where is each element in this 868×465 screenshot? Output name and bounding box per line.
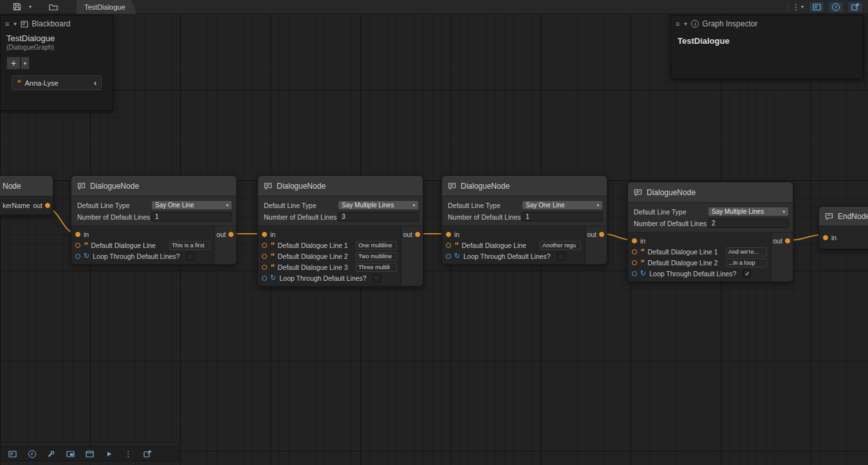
flow-out-port[interactable] [45,203,50,208]
dialogue-line-label: Default Dialogue Line [91,242,156,249]
toggle-inspector-button[interactable]: i [828,1,844,13]
node-header[interactable]: Node [0,176,53,196]
line-type-row: Default Line Type Say Multiple Lines ▾ [262,200,419,211]
node-header[interactable]: EndNode [819,207,868,226]
loop-checkbox[interactable] [187,252,194,260]
line-type-dropdown[interactable]: Say Multiple Lines ▾ [338,200,419,210]
node-ports: kerName out [0,196,53,214]
flow-out-port[interactable] [785,238,790,243]
node-header[interactable]: DialogueNode [628,182,793,203]
dialogue-node-3[interactable]: DialogueNode Default Line Type Say One L… [441,175,607,265]
loop-port[interactable] [75,254,80,259]
dialogue-line-input[interactable]: One multiline [356,241,397,250]
drag-handle-icon[interactable]: ≡ [676,20,679,28]
out-label: out [403,231,412,238]
line-type-row: Default Line Type Say Multiple Lines ▾ [632,206,789,217]
more-dots-icon: ⋮ [792,3,800,12]
num-lines-input[interactable]: 2 [708,218,789,228]
line-type-label: Default Line Type [446,202,522,209]
line-type-dropdown[interactable]: Say Multiple Lines ▾ [708,207,789,216]
flow-out-port[interactable] [415,232,420,237]
num-lines-input[interactable]: 1 [151,212,232,222]
dialogue-line-input[interactable]: ...in a loop [726,258,767,267]
flow-out-port[interactable] [599,232,604,237]
line-type-dropdown[interactable]: Say One Line ▾ [151,200,232,210]
flow-in-port[interactable] [632,238,637,243]
dialogue-line-input[interactable]: Another regu [540,241,581,250]
dialogue-line-port[interactable] [632,260,637,265]
add-property-button[interactable]: + [6,57,21,70]
minimap-toggle-button[interactable] [62,448,79,460]
node-properties: Default Line Type Say Multiple Lines ▾ N… [628,203,793,232]
loop-checkbox[interactable] [557,252,565,260]
loop-port[interactable] [262,276,267,281]
loop-icon: ↻ [270,274,276,281]
out-port-row: out [404,229,420,240]
in-label: in [454,231,459,238]
quote-icon: “ [640,247,645,256]
loop-icon: ↻ [640,270,646,277]
dialogue-line-input[interactable]: Two multiline [356,252,397,261]
panel-toggle-button[interactable] [81,448,98,460]
dialogue-line-input[interactable]: And we're... [726,247,767,256]
end-node[interactable]: EndNode in [818,206,868,249]
open-folder-button[interactable] [47,1,60,13]
preview-toggle-button[interactable] [100,448,118,460]
save-dropdown-button[interactable]: ▾ [24,1,37,13]
num-lines-row: Number of Default Lines 1 [75,211,232,222]
node-header[interactable]: DialogueNode [71,176,236,196]
flow-in-port[interactable] [446,232,451,237]
toolbar-more-button[interactable]: ⋮ ▾ [792,3,805,12]
num-lines-input[interactable]: 1 [522,212,603,222]
dialogue-line-port[interactable] [75,243,80,248]
node-header[interactable]: DialogueNode [442,176,607,196]
num-lines-input[interactable]: 3 [338,212,419,222]
flow-in-port[interactable] [823,235,828,240]
save-button[interactable] [10,1,23,13]
settings-button[interactable] [42,448,60,460]
graph-tab[interactable]: TestDialogue [77,0,137,14]
loop-port[interactable] [446,254,451,259]
loop-checkbox[interactable]: ✓ [743,270,751,278]
flow-out-port[interactable] [228,232,234,237]
blackboard-property-row[interactable]: “ Anna-Lyse ‹ [12,75,102,90]
dialogue-node-2[interactable]: DialogueNode Default Line Type Say Multi… [257,175,423,287]
collapse-arrow-icon[interactable]: ▼ [683,21,688,27]
speaker-node-partial[interactable]: Node kerName out [0,175,53,215]
loop-checkbox[interactable] [373,274,381,282]
inspector-header[interactable]: ≡ ▼ i Graph Inspector [671,15,863,32]
drag-handle-icon[interactable]: ≡ [5,20,9,28]
dialogue-line-row: “ Default Dialogue Line 2 Two multiline [258,251,401,261]
inspector-toggle-button[interactable]: i [23,448,41,460]
blackboard-toggle-button[interactable] [4,448,21,460]
expand-property-icon[interactable]: ‹ [94,78,97,88]
open-external-button[interactable] [847,1,863,13]
blackboard-header[interactable]: ≡ ▼ Blackboard [1,15,113,32]
loop-port[interactable] [632,271,637,276]
dialogue-node-1[interactable]: DialogueNode Default Line Type Say One L… [71,175,237,265]
dialogue-node-icon [634,189,642,196]
dialogue-line-port[interactable] [632,249,637,254]
more-options-button[interactable]: ⋮ [120,448,137,460]
add-property-dropdown[interactable]: ▼ [21,57,30,70]
collapse-arrow-icon[interactable]: ▼ [12,21,17,27]
flow-in-port[interactable] [75,232,80,237]
in-label: in [84,231,89,238]
flow-in-port[interactable] [262,232,267,237]
dialogue-line-port[interactable] [262,243,267,248]
dialogue-line-row: “ Default Dialogue Line 1 And we're... [628,246,771,257]
node-header[interactable]: DialogueNode [258,176,423,196]
open-external-window-button[interactable] [139,448,156,460]
dialogue-line-port[interactable] [262,265,267,270]
line-type-dropdown[interactable]: Say One Line ▾ [522,200,603,210]
loop-row: ↻ Loop Through Default Lines? ✓ [628,268,771,279]
dialogue-line-input[interactable]: This is a first [169,241,210,250]
dialogue-line-input[interactable]: Three multili [356,263,397,272]
dialogue-line-port[interactable] [446,243,451,248]
dialogue-line-port[interactable] [262,254,267,259]
blackboard-graph-type: (DialogueGraph) [1,43,113,51]
toggle-blackboard-button[interactable] [809,1,824,13]
dialogue-node-4[interactable]: DialogueNode Default Line Type Say Multi… [627,182,793,282]
loop-label: Loop Through Default Lines? [279,274,366,282]
num-lines-row: Number of Default Lines 1 [446,211,603,222]
